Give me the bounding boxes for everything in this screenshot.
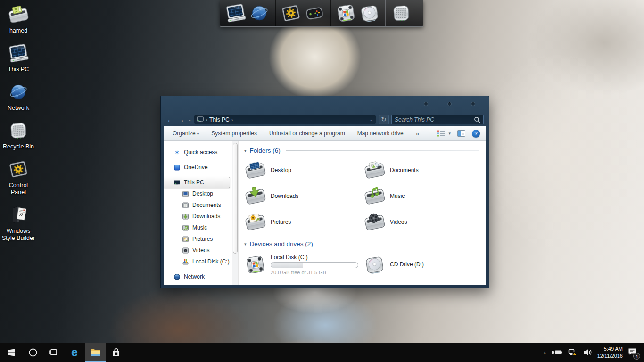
recycle-bin-icon	[8, 120, 29, 141]
sidebar-item-label: OneDrive	[184, 164, 208, 171]
folder-item-downloads[interactable]: Downloads	[244, 183, 363, 209]
style-builder-icon	[8, 204, 29, 226]
maximize-button[interactable]	[447, 102, 452, 106]
desktop-icon-label: Network	[8, 105, 29, 112]
sidebar-item-local-disk[interactable]: Local Disk (C:)	[164, 256, 232, 267]
store-button[interactable]	[106, 343, 126, 362]
sidebar-item-network[interactable]: Network	[164, 271, 232, 282]
search-box[interactable]	[391, 115, 484, 124]
caret-down-icon: ▾	[197, 132, 199, 136]
music-folder-icon	[363, 185, 386, 207]
system-properties-button[interactable]: System properties	[211, 130, 257, 137]
downloads-icon	[182, 213, 189, 220]
command-toolbar: Organize▾ System properties Uninstall or…	[164, 126, 486, 141]
documents-folder-icon	[363, 159, 386, 181]
folder-item-desktop[interactable]: Desktop	[244, 157, 363, 183]
network-icon[interactable]	[248, 2, 270, 24]
sidebar-item-label: Videos	[192, 247, 209, 254]
recycle-bin-icon[interactable]	[390, 2, 412, 24]
history-dropdown-icon[interactable]: ⌄	[188, 117, 191, 122]
sidebar-item-music[interactable]: Music	[164, 222, 232, 233]
back-button[interactable]: ←	[166, 115, 174, 123]
collapse-arrow-icon[interactable]: ▾	[244, 148, 247, 153]
search-input[interactable]	[395, 116, 474, 123]
music-icon	[182, 224, 189, 231]
desktop-icon-this-pc[interactable]: This PC	[1, 42, 36, 73]
breadcrumb-chevron[interactable]: ›	[206, 117, 207, 123]
store-icon	[112, 348, 121, 357]
toolbar-overflow-button[interactable]: »	[416, 130, 419, 137]
organize-button[interactable]: Organize▾	[173, 130, 199, 137]
network-warning-icon[interactable]	[568, 349, 578, 356]
gear-icon	[8, 158, 29, 180]
edge-button[interactable]: e	[64, 343, 85, 362]
cortana-icon	[28, 348, 38, 357]
sidebar-item-label: Downloads	[192, 213, 220, 220]
map-network-drive-button[interactable]: Map network drive	[357, 130, 404, 137]
sidebar-item-documents[interactable]: Documents	[164, 199, 232, 211]
dock-group-settings	[275, 0, 330, 26]
help-button[interactable]: ?	[472, 130, 480, 138]
cortana-button[interactable]	[23, 343, 43, 362]
desktop-icon-network[interactable]: Network	[1, 81, 36, 112]
hidden-icons-chevron[interactable]: ∧	[543, 350, 546, 355]
desktop-icon-label: Control Panel	[1, 182, 36, 196]
task-view-button[interactable]	[43, 343, 64, 362]
videos-folder-icon	[363, 211, 386, 233]
minimize-button[interactable]	[424, 102, 428, 106]
sidebar-item-this-pc[interactable]: This PC	[164, 177, 230, 188]
uninstall-program-button[interactable]: Uninstall or change a program	[269, 130, 345, 137]
forward-button[interactable]: →	[177, 115, 185, 123]
address-bar[interactable]: › This PC › ⌄	[194, 115, 376, 124]
sidebar-item-label: Pictures	[192, 236, 213, 242]
sidebar-scrollbar[interactable]	[232, 141, 238, 285]
navigation-bar: ← → ⌄ › This PC › ⌄ ↻	[164, 113, 486, 126]
start-button[interactable]	[0, 343, 23, 362]
folder-item-music[interactable]: Music	[363, 183, 479, 209]
sidebar-item-onedrive[interactable]: OneDrive	[164, 162, 232, 173]
views-button[interactable]: ▾	[437, 130, 451, 137]
close-button[interactable]	[471, 102, 475, 106]
file-explorer-button[interactable]	[85, 343, 106, 362]
collapse-arrow-icon[interactable]: ▾	[244, 242, 247, 247]
dock-group-drives	[330, 0, 385, 26]
breadcrumb-location[interactable]: This PC	[209, 116, 230, 123]
taskbar: e ∧	[0, 343, 644, 362]
folders-grid: Desktop Documents Downloads Music	[244, 157, 479, 235]
search-icon[interactable]	[474, 116, 480, 123]
title-bar[interactable]	[164, 96, 486, 113]
folder-item-videos[interactable]: Videos	[363, 209, 479, 235]
drive-icon[interactable]	[359, 2, 380, 24]
system-tray: ∧ 5:49 AM 12/11/2016	[543, 343, 644, 362]
sidebar-item-label: Local Disk (C:)	[192, 258, 230, 265]
breadcrumb-chevron[interactable]: ›	[231, 117, 233, 123]
drive-item-cd[interactable]: CD Drive (D:)	[363, 250, 479, 279]
action-center-button[interactable]: 4	[628, 348, 639, 357]
scrollbar-thumb[interactable]	[233, 143, 238, 254]
sidebar-item-pictures[interactable]: Pictures	[164, 233, 232, 245]
desktop-icon-recycle-bin[interactable]: Recycle Bin	[1, 120, 36, 150]
battery-icon[interactable]	[552, 349, 563, 355]
sidebar-item-quick-access[interactable]: ✶ Quick access	[164, 147, 232, 158]
address-dropdown-icon[interactable]: ⌄	[370, 117, 373, 122]
local-disk-icon[interactable]	[335, 2, 357, 24]
preview-pane-icon[interactable]	[457, 130, 465, 137]
sidebar-item-desktop[interactable]: Desktop	[164, 188, 232, 199]
desktop-icon-windows-style-builder[interactable]: Windows Style Builder	[1, 204, 36, 242]
folder-item-pictures[interactable]: Pictures	[244, 209, 363, 235]
desktop-icon-hamed[interactable]: hamed	[1, 4, 36, 34]
this-pc-icon[interactable]	[225, 2, 247, 24]
desktop-icon-control-panel[interactable]: Control Panel	[1, 158, 36, 196]
sidebar-item-videos[interactable]: Videos	[164, 245, 232, 256]
drive-item-local-disk[interactable]: Local Disk (C:) 20.0 GB free of 31.5 GB	[244, 250, 363, 279]
devices-icon[interactable]	[304, 2, 325, 24]
section-rule	[286, 150, 479, 151]
section-title[interactable]: Folders (6)	[250, 147, 281, 154]
volume-icon[interactable]	[583, 349, 592, 356]
folder-item-documents[interactable]: Documents	[363, 157, 479, 183]
control-panel-icon[interactable]	[280, 2, 302, 24]
refresh-button[interactable]: ↻	[379, 115, 389, 124]
sidebar-item-downloads[interactable]: Downloads	[164, 211, 232, 222]
clock[interactable]: 5:49 AM 12/11/2016	[597, 346, 623, 360]
section-title[interactable]: Devices and drives (2)	[250, 240, 313, 247]
